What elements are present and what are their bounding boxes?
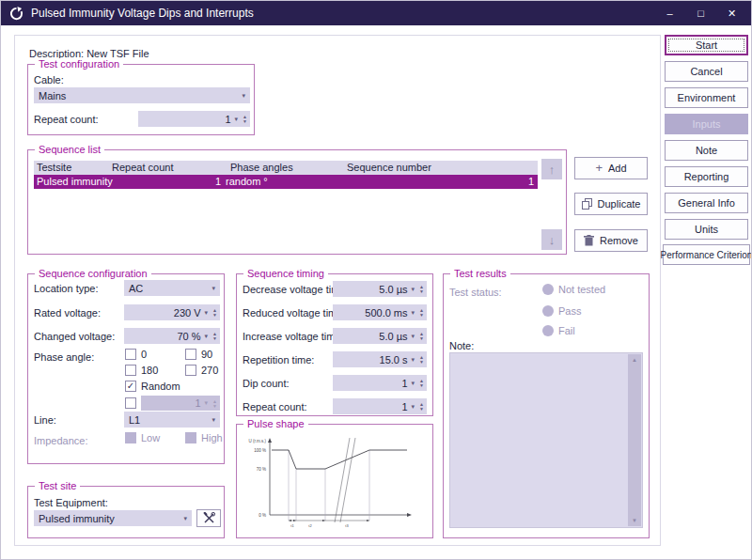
app-window: Pulsed Immunity Voltage Dips and Interru… [0, 0, 752, 560]
note-scrollbar[interactable]: ▲ ▼ [628, 354, 641, 526]
maximize-button[interactable]: □ [685, 1, 716, 25]
titlebar: Pulsed Immunity Voltage Dips and Interru… [1, 1, 751, 25]
phase-checkbox-90[interactable]: 90 [185, 349, 212, 360]
units-button[interactable]: Units [665, 219, 748, 240]
checkbox-box-checked[interactable]: ✓ [125, 381, 136, 392]
increase-voltage-time-spinner[interactable]: 5.0 µs ▾ ▲▼ [333, 328, 427, 344]
chevron-down-icon[interactable]: ▾ [208, 285, 220, 292]
remove-button-label: Remove [600, 235, 638, 246]
radio-icon [542, 325, 554, 336]
checkbox-box[interactable] [125, 397, 136, 409]
reduced-voltage-time-spinner[interactable]: 500.0 ms ▾ ▲▼ [333, 304, 427, 320]
spinner-arrows[interactable]: ▲▼ [419, 285, 427, 293]
note-textarea[interactable]: ▲ ▼ [449, 352, 643, 528]
spin-down-icon[interactable]: ▼ [419, 336, 424, 340]
sequence-table-row-selected[interactable]: Pulsed immunity 1 random ° 1 [34, 175, 538, 189]
rated-voltage-spinner[interactable]: 230 V ▾ ▲▼ [124, 304, 220, 320]
chevron-down-icon[interactable]: ▾ [201, 333, 213, 340]
chevron-down-icon[interactable]: ▾ [238, 92, 250, 100]
spinner-arrows[interactable]: ▲▼ [419, 379, 427, 387]
col-repeat-count[interactable]: Repeat count [112, 162, 173, 173]
dip-count-value: 1 [333, 378, 408, 389]
phase-checkbox-180[interactable]: 180 [125, 365, 158, 376]
spin-down-icon[interactable]: ▼ [419, 360, 424, 364]
scroll-up-icon[interactable]: ▲ [632, 354, 637, 366]
general-info-button[interactable]: General Info [665, 193, 748, 213]
start-button[interactable]: Start [665, 35, 748, 55]
cable-dropdown[interactable]: Mains ▾ [34, 87, 250, 103]
spin-down-icon[interactable]: ▼ [212, 336, 217, 340]
spin-down-icon[interactable]: ▼ [419, 313, 424, 317]
line-dropdown[interactable]: L1 ▾ [124, 412, 220, 428]
chevron-down-icon[interactable]: ▾ [408, 403, 420, 411]
col-sequence-number[interactable]: Sequence number [347, 162, 431, 173]
changed-voltage-spinner[interactable]: 70 % ▾ ▲▼ [124, 328, 220, 344]
repeat-count-spinner[interactable]: 1 ▾ ▲▼ [138, 111, 250, 127]
minimize-button[interactable]: – [654, 1, 685, 25]
spin-down-icon[interactable]: ▼ [243, 119, 247, 123]
spinner-arrows[interactable]: ▲▼ [212, 332, 220, 340]
chevron-down-icon[interactable]: ▾ [201, 309, 213, 317]
timing-repeat-count-label: Repeat count: [243, 401, 307, 412]
group-sequence-configuration: Sequence configuration Location type: AC… [27, 273, 225, 464]
arrow-down-icon: ↓ [549, 233, 556, 247]
phase-checkbox-0[interactable]: 0 [125, 349, 147, 360]
move-down-button[interactable]: ↓ [541, 229, 562, 250]
spin-down-icon[interactable]: ▼ [419, 383, 424, 387]
add-button[interactable]: + Add [574, 157, 648, 179]
checkbox-box[interactable] [125, 349, 136, 360]
checkbox-box[interactable] [125, 365, 136, 376]
cancel-button-label: Cancel [690, 66, 722, 77]
spinner-arrows[interactable]: ▲▼ [243, 115, 250, 123]
spin-down-icon[interactable]: ▼ [419, 289, 424, 293]
phase-checkbox-custom[interactable] [125, 397, 136, 409]
col-testsite[interactable]: Testsite [37, 162, 71, 173]
spin-down-icon[interactable]: ▼ [419, 407, 424, 411]
checkbox-box[interactable] [185, 365, 196, 376]
chevron-down-icon[interactable]: ▾ [408, 356, 420, 364]
move-up-button[interactable]: ↑ [541, 159, 562, 179]
dip-count-spinner[interactable]: 1 ▾ ▲▼ [333, 375, 427, 391]
chevron-down-icon[interactable]: ▾ [408, 380, 420, 387]
duplicate-button-label: Duplicate [598, 198, 641, 210]
scroll-down-icon[interactable]: ▼ [632, 515, 637, 526]
spinner-arrows[interactable]: ▲▼ [419, 402, 427, 411]
environment-button[interactable]: Environment [665, 87, 748, 108]
close-button[interactable]: ✕ [716, 1, 747, 25]
location-type-dropdown[interactable]: AC ▾ [124, 280, 220, 296]
spinner-arrows[interactable]: ▲▼ [419, 332, 427, 340]
repeat-count-value: 1 [138, 114, 231, 125]
reporting-button[interactable]: Reporting [665, 166, 748, 187]
chevron-down-icon[interactable]: ▾ [408, 309, 420, 317]
chevron-down-icon[interactable]: ▾ [180, 515, 192, 522]
decrease-voltage-time-spinner[interactable]: 5.0 µs ▾ ▲▼ [333, 281, 427, 297]
timing-repeat-count-spinner[interactable]: 1 ▾ ▲▼ [333, 398, 427, 414]
performance-criterion-button[interactable]: Performance Criterion [663, 244, 750, 265]
chevron-down-icon[interactable]: ▾ [231, 116, 243, 123]
note-button[interactable]: Note [665, 140, 748, 161]
cancel-button[interactable]: Cancel [665, 61, 748, 82]
spinner-arrows[interactable]: ▲▼ [212, 308, 220, 317]
spin-down-icon[interactable]: ▼ [212, 313, 217, 317]
spinner-arrows[interactable]: ▲▼ [419, 355, 427, 364]
test-status-label: Test status: [449, 287, 502, 298]
radio-pass-label: Pass [558, 305, 581, 317]
group-title-sequence-timing: Sequence timing [243, 268, 328, 280]
custom-angle-value: 1 [141, 397, 201, 409]
group-test-site: Test site Test Equipment: Pulsed immunit… [27, 486, 225, 538]
remove-button[interactable]: Remove [574, 229, 648, 252]
repetition-time-spinner[interactable]: 15.0 s ▾ ▲▼ [333, 351, 427, 367]
pulse-shape-diagram: U (r.m.s.) 100 % 70 % 0 % t1 t2 t3 [240, 434, 430, 536]
equipment-settings-button[interactable] [196, 509, 221, 527]
chevron-down-icon[interactable]: ▾ [208, 416, 220, 424]
chevron-down-icon[interactable]: ▾ [408, 286, 420, 293]
col-phase-angles[interactable]: Phase angles [230, 162, 293, 173]
chevron-down-icon[interactable]: ▾ [408, 333, 420, 340]
checkbox-box[interactable] [185, 349, 196, 360]
phase-checkbox-random[interactable]: ✓ Random [125, 381, 180, 392]
duplicate-button[interactable]: Duplicate [574, 193, 648, 215]
test-equipment-dropdown[interactable]: Pulsed immunity ▾ [34, 510, 192, 526]
phase-checkbox-270[interactable]: 270 [185, 365, 218, 376]
level-100-label: 100 % [254, 448, 266, 453]
spinner-arrows[interactable]: ▲▼ [419, 308, 427, 317]
